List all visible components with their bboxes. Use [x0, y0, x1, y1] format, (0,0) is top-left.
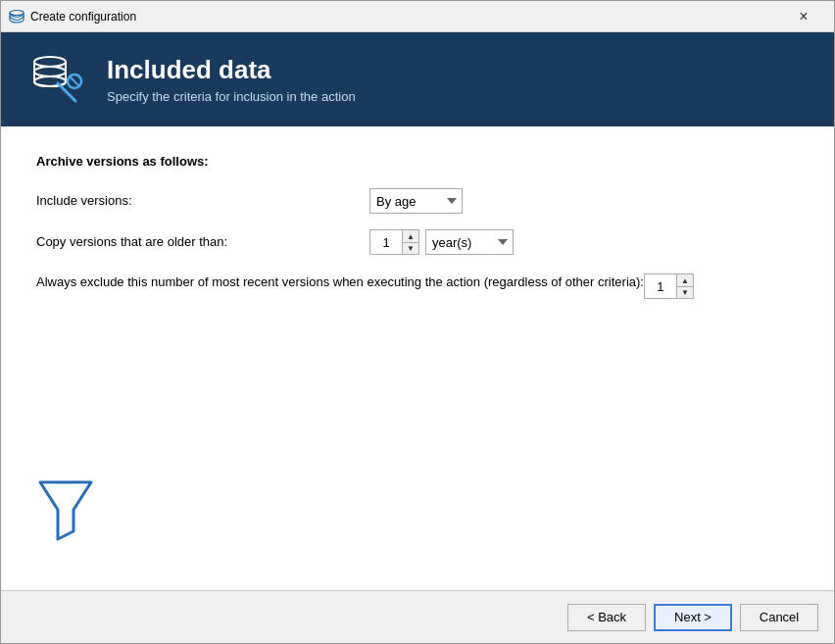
copy-versions-spinner: ▲ ▼: [369, 229, 419, 255]
next-button[interactable]: Next >: [654, 604, 732, 631]
database-icon: [25, 48, 87, 111]
form-row-copy-versions: Copy versions that are older than: ▲ ▼ y…: [36, 229, 799, 255]
header-title: Included data: [107, 55, 356, 85]
header-banner: Included data Specify the criteria for i…: [1, 32, 834, 126]
label-include-versions: Include versions:: [36, 192, 369, 210]
exclude-recent-spinner-buttons: ▲ ▼: [676, 274, 693, 298]
section-title: Archive versions as follows:: [36, 154, 799, 169]
svg-line-4: [58, 83, 75, 101]
close-button[interactable]: ×: [781, 1, 826, 32]
main-window: Create configuration × Included data Spe…: [0, 0, 835, 644]
copy-versions-increment[interactable]: ▲: [403, 230, 418, 242]
include-versions-dropdown[interactable]: By age By count All versions: [369, 188, 463, 214]
svg-point-2: [34, 67, 66, 76]
svg-line-6: [71, 77, 78, 85]
funnel-icon: [36, 474, 95, 543]
copy-versions-decrement[interactable]: ▼: [403, 242, 418, 254]
form-row-exclude-recent: Always exclude this number of most recen…: [36, 271, 799, 299]
form-row-include-versions: Include versions: By age By count All ve…: [36, 188, 799, 214]
controls-copy-versions: ▲ ▼ year(s) month(s) day(s): [369, 229, 514, 255]
copy-versions-spinner-buttons: ▲ ▼: [402, 230, 418, 254]
label-exclude-recent: Always exclude this number of most recen…: [36, 271, 644, 291]
copy-versions-unit-dropdown[interactable]: year(s) month(s) day(s): [425, 229, 514, 255]
copy-versions-spinner-input[interactable]: [370, 230, 402, 254]
window-title: Create configuration: [30, 10, 781, 24]
controls-exclude-recent: ▲ ▼: [644, 271, 694, 299]
svg-point-1: [34, 57, 66, 67]
footer: < Back Next > Cancel: [1, 590, 834, 643]
label-copy-versions: Copy versions that are older than:: [36, 233, 369, 251]
controls-include-versions: By age By count All versions: [369, 188, 463, 214]
header-subtitle: Specify the criteria for inclusion in th…: [107, 89, 356, 104]
exclude-recent-decrement[interactable]: ▼: [677, 286, 693, 298]
svg-marker-7: [40, 482, 91, 539]
exclude-recent-increment[interactable]: ▲: [677, 274, 693, 286]
filter-icon-area: [36, 315, 799, 563]
content-area: Archive versions as follows: Include ver…: [1, 126, 834, 590]
window-icon: [9, 9, 25, 25]
title-bar: Create configuration ×: [1, 1, 834, 32]
svg-point-0: [10, 10, 24, 15]
cancel-button[interactable]: Cancel: [740, 604, 818, 631]
exclude-recent-spinner: ▲ ▼: [644, 273, 694, 299]
exclude-recent-spinner-input[interactable]: [645, 274, 676, 298]
header-text-container: Included data Specify the criteria for i…: [107, 55, 356, 104]
back-button[interactable]: < Back: [567, 604, 646, 631]
